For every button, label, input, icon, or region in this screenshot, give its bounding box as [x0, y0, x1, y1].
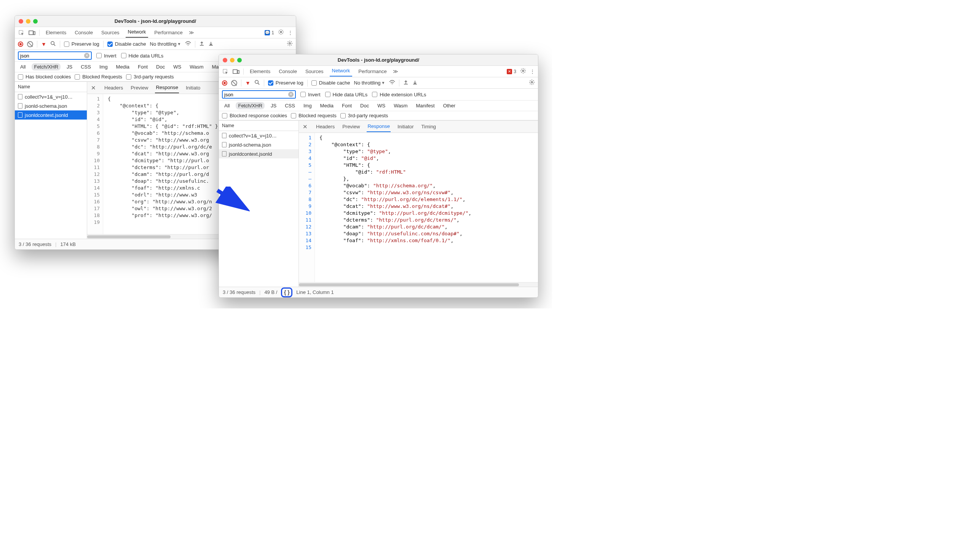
request-row[interactable]: jsonldcontext.jsonld	[15, 110, 87, 120]
device-toolbar-icon[interactable]	[29, 29, 35, 36]
type-img[interactable]: Img	[301, 102, 314, 109]
detail-tab-headers[interactable]: Headers	[104, 83, 124, 93]
type-all[interactable]: All	[18, 63, 28, 70]
third-party-checkbox[interactable]: 3rd-party requests	[340, 113, 388, 118]
more-tabs-icon[interactable]: ≫	[189, 30, 194, 35]
clear-button[interactable]	[27, 41, 33, 47]
third-party-checkbox[interactable]: 3rd-party requests	[126, 74, 174, 80]
type-js[interactable]: JS	[64, 63, 75, 70]
filter-icon[interactable]: ▼	[41, 41, 46, 47]
hide-data-urls-checkbox[interactable]: Hide data URLs	[325, 92, 368, 97]
detail-tab-initiator[interactable]: Initiato	[185, 83, 201, 93]
more-menu-icon[interactable]: ⋮	[530, 69, 535, 74]
download-icon[interactable]	[208, 41, 214, 47]
disable-cache-checkbox[interactable]: Disable cache	[311, 80, 350, 86]
hide-ext-urls-checkbox[interactable]: Hide extension URLs	[372, 92, 426, 97]
clear-filter-icon[interactable]: ✕	[84, 53, 89, 58]
wifi-icon[interactable]	[389, 80, 395, 86]
preserve-log-checkbox[interactable]: Preserve log	[64, 41, 99, 47]
throttling-select[interactable]: No throttling ▼	[354, 80, 385, 86]
horizontal-scrollbar[interactable]	[299, 282, 538, 287]
pretty-print-button[interactable]: { }	[281, 287, 292, 297]
tab-console[interactable]: Console	[72, 28, 95, 37]
type-css[interactable]: CSS	[283, 102, 297, 109]
type-wasm[interactable]: Wasm	[391, 102, 410, 109]
detail-tab-response[interactable]: Response	[155, 82, 179, 93]
tab-network[interactable]: Network	[126, 27, 148, 38]
inspect-icon[interactable]	[18, 29, 25, 36]
tab-performance[interactable]: Performance	[152, 28, 185, 37]
network-settings-icon[interactable]	[287, 40, 293, 48]
tab-console[interactable]: Console	[276, 67, 299, 76]
detail-tab-response[interactable]: Response	[367, 121, 391, 132]
type-font[interactable]: Font	[340, 102, 354, 109]
type-fetch-xhr[interactable]: Fetch/XHR	[236, 102, 265, 109]
type-img[interactable]: Img	[97, 63, 110, 70]
preserve-log-checkbox[interactable]: Preserve log	[268, 80, 303, 86]
type-css[interactable]: CSS	[78, 63, 93, 70]
inspect-icon[interactable]	[222, 68, 229, 75]
code-body[interactable]: { "@context": { "type": "@type", "id": "…	[315, 133, 538, 282]
device-toolbar-icon[interactable]	[233, 68, 239, 75]
upload-icon[interactable]	[199, 41, 204, 47]
blocked-cookies-checkbox[interactable]: Blocked response cookies	[222, 113, 287, 118]
throttling-select[interactable]: No throttling ▼	[150, 41, 181, 47]
type-media[interactable]: Media	[114, 63, 132, 70]
request-row[interactable]: jsonld-schema.json	[219, 140, 298, 149]
type-doc[interactable]: Doc	[358, 102, 371, 109]
request-row[interactable]: collect?v=1&_v=j10…	[15, 92, 87, 101]
settings-icon[interactable]	[520, 68, 526, 75]
filter-icon[interactable]: ▼	[245, 80, 251, 86]
tab-sources[interactable]: Sources	[303, 67, 326, 76]
request-row[interactable]: collect?v=1&_v=j10…	[219, 131, 298, 140]
hide-data-urls-checkbox[interactable]: Hide data URLs	[121, 53, 164, 59]
invert-checkbox[interactable]: Invert	[96, 53, 117, 59]
clear-button[interactable]	[231, 80, 237, 86]
detail-tab-timing[interactable]: Timing	[421, 121, 437, 132]
blocked-cookies-checkbox[interactable]: Has blocked cookies	[18, 74, 71, 80]
type-other[interactable]: Other	[441, 102, 458, 109]
tab-network[interactable]: Network	[330, 66, 353, 77]
detail-tab-preview[interactable]: Preview	[130, 83, 149, 93]
type-ws[interactable]: WS	[171, 63, 184, 70]
type-ws[interactable]: WS	[375, 102, 388, 109]
tab-elements[interactable]: Elements	[247, 67, 273, 76]
record-button[interactable]	[222, 80, 227, 86]
upload-icon[interactable]	[403, 80, 409, 86]
type-font[interactable]: Font	[136, 63, 150, 70]
detail-tab-initiator[interactable]: Initiator	[397, 121, 415, 132]
issues-badge[interactable]: 💬1	[265, 30, 274, 35]
disable-cache-checkbox[interactable]: Disable cache	[107, 41, 146, 47]
detail-tab-preview[interactable]: Preview	[342, 121, 361, 132]
clear-filter-icon[interactable]: ✕	[288, 92, 294, 97]
download-icon[interactable]	[412, 80, 418, 86]
type-doc[interactable]: Doc	[154, 63, 167, 70]
errors-badge[interactable]: ✕3	[507, 69, 516, 74]
close-detail-icon[interactable]: ✕	[91, 85, 96, 91]
filter-input-field[interactable]	[20, 53, 84, 59]
filter-input[interactable]: ✕	[222, 90, 296, 99]
tab-performance[interactable]: Performance	[356, 67, 389, 76]
close-detail-icon[interactable]: ✕	[303, 123, 308, 130]
more-menu-icon[interactable]: ⋮	[288, 30, 293, 35]
more-tabs-icon[interactable]: ≫	[393, 69, 398, 74]
blocked-requests-checkbox[interactable]: Blocked requests	[291, 113, 337, 118]
tab-elements[interactable]: Elements	[43, 28, 69, 37]
request-row[interactable]: jsonldcontext.jsonld	[219, 149, 298, 158]
tab-sources[interactable]: Sources	[99, 28, 122, 37]
settings-icon[interactable]	[278, 29, 284, 36]
blocked-requests-checkbox[interactable]: Blocked Requests	[75, 74, 122, 80]
type-media[interactable]: Media	[318, 102, 336, 109]
request-row[interactable]: jsonld-schema.json	[15, 101, 87, 110]
filter-input-field[interactable]	[224, 92, 288, 97]
type-js[interactable]: JS	[268, 102, 279, 109]
network-settings-icon[interactable]	[529, 79, 535, 86]
search-icon[interactable]	[50, 41, 56, 48]
type-manifest[interactable]: Manifest	[413, 102, 437, 109]
filter-input[interactable]: ✕	[18, 51, 92, 60]
type-wasm[interactable]: Wasm	[187, 63, 206, 70]
search-icon[interactable]	[254, 80, 260, 86]
wifi-icon[interactable]	[185, 41, 191, 47]
detail-tab-headers[interactable]: Headers	[315, 121, 335, 132]
type-all[interactable]: All	[222, 102, 232, 109]
